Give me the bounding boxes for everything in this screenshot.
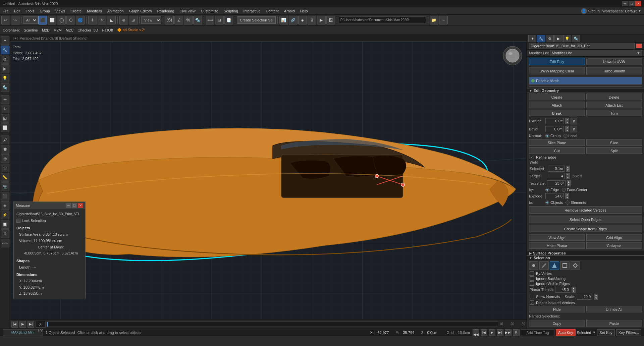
timeline-slider[interactable] [47, 322, 498, 327]
weld-sel-up[interactable]: ▲ [566, 166, 570, 169]
rotate-tool-side[interactable]: ↻ [1, 105, 9, 113]
relax-tool[interactable]: ◎ [1, 154, 9, 163]
ignore-visible-chk[interactable] [530, 281, 534, 286]
unwrap-tool[interactable]: ⊞ [1, 164, 9, 172]
menu-interactive[interactable]: Interactive [241, 7, 263, 14]
bevel-settings-btn[interactable]: ⚙ [571, 126, 577, 132]
extra-tool3[interactable]: 🔲 [1, 220, 9, 229]
face-mode-btn[interactable] [550, 261, 559, 270]
auto-key-btn[interactable]: Auto Key [556, 329, 576, 336]
create-shape-btn[interactable]: Create Shape from Edges [529, 225, 642, 232]
bevel-down[interactable]: ▼ [565, 129, 569, 132]
object-color-swatch[interactable] [636, 44, 642, 48]
extra-tool5[interactable]: ⟷ [1, 239, 9, 247]
extra-tool1[interactable]: ◈ [1, 201, 9, 210]
mirror-button[interactable]: ⟺ [206, 16, 214, 24]
plugin-adstudio[interactable]: 🔶 ad Studio v.2: [117, 28, 145, 32]
viewport[interactable]: Total Polys: 2,067,492 Tris: 2,067,492 [10, 42, 527, 319]
plugin-scanline[interactable]: Scanline [24, 28, 38, 32]
elements-radio-dot[interactable] [566, 200, 570, 205]
motion-panel-icon[interactable]: ▶ [554, 35, 562, 42]
paint-tool[interactable]: 🖌 [1, 135, 9, 144]
explode-down[interactable]: ▼ [565, 196, 569, 199]
motion-panel-btn[interactable]: ▶ [1, 64, 9, 73]
prev-keyframe-btn[interactable]: |◀◀ [473, 329, 479, 336]
menu-content[interactable]: Content [263, 7, 281, 14]
scale-down[interactable]: ▼ [594, 297, 598, 300]
view-align-btn[interactable]: View Align [529, 234, 585, 241]
tesselate-input[interactable] [547, 180, 566, 186]
menu-scripting[interactable]: Scripting [221, 7, 241, 14]
poly-mode-btn[interactable] [560, 261, 570, 270]
extrude-settings-btn[interactable]: ⚙ [571, 118, 577, 124]
plugin-coronafix[interactable]: CoronaFix [3, 28, 20, 32]
refine-edge-chk[interactable]: ✓ [530, 155, 534, 159]
group-radio-dot[interactable] [545, 134, 549, 138]
paste-btn[interactable]: Paste [586, 320, 642, 327]
edge-radio[interactable]: Edge [545, 188, 559, 192]
planar-up[interactable]: ▲ [572, 287, 576, 290]
spinner-snap[interactable]: 🔩 [193, 16, 202, 24]
planar-down[interactable]: ▼ [572, 290, 576, 293]
slice-plane-btn[interactable]: Slice Plane [529, 139, 585, 146]
slice-btn[interactable]: Slice [586, 139, 642, 146]
display-panel-btn[interactable]: 💡 [1, 74, 9, 82]
attach-list-btn[interactable]: Attach List [586, 102, 642, 108]
local-radio-dot[interactable] [564, 134, 568, 138]
workspaces-arrow[interactable]: ▼ [638, 9, 641, 13]
percent-snap[interactable]: % [184, 16, 193, 24]
edge-mode-btn[interactable] [539, 261, 549, 270]
attach-btn[interactable]: Attach [529, 102, 585, 108]
element-mode-btn[interactable] [571, 261, 580, 270]
create-btn[interactable]: Create [529, 94, 585, 100]
schematic-view-btn[interactable]: 🔗 [289, 16, 298, 24]
menu-edit[interactable]: Edit [11, 7, 23, 14]
hierarchy-panel-btn[interactable]: ⚙ [1, 55, 9, 64]
planar-spinner[interactable]: ▲ ▼ [572, 287, 576, 293]
bevel-up[interactable]: ▲ [565, 126, 569, 129]
key-mode-btn[interactable]: K [513, 329, 520, 336]
weld-sel-down[interactable]: ▼ [566, 169, 570, 172]
planar-thresh-input[interactable] [555, 287, 570, 293]
minimize-button[interactable]: ─ [622, 1, 628, 6]
explode-input[interactable] [545, 193, 564, 199]
menu-views[interactable]: Views [53, 7, 68, 14]
scale-up[interactable]: ▲ [594, 294, 598, 297]
bevel-spinner[interactable]: ▲ ▼ [565, 126, 569, 132]
menu-customize[interactable]: Customize [198, 7, 221, 14]
select-and-scale[interactable]: ⬕ [107, 16, 116, 24]
undo-button[interactable]: ↩ [1, 16, 10, 24]
view-dropdown[interactable]: View [141, 16, 161, 24]
plugin-m2m[interactable]: M2M [54, 28, 62, 32]
uvw-mapping-clear-btn[interactable]: UWW Mapping Clear [529, 67, 585, 74]
menu-group[interactable]: Group [37, 7, 53, 14]
split-btn[interactable]: Split [586, 147, 642, 154]
weld-target-input[interactable] [548, 173, 565, 179]
mod-stack-list[interactable] [529, 86, 642, 87]
select-object-button[interactable]: ⬛ [38, 16, 47, 24]
sculpt-tool[interactable]: ⬟ [1, 145, 9, 154]
render-setup-btn[interactable]: 🖥 [308, 16, 316, 24]
collapse-btn[interactable]: Collapse [586, 242, 642, 249]
measure-tool[interactable]: 📏 [1, 173, 9, 182]
select-region-rect[interactable]: ⬜ [48, 16, 56, 24]
weld-tgt-down[interactable]: ▼ [566, 176, 570, 179]
measure-close-btn[interactable]: ✕ [78, 203, 83, 208]
menu-file[interactable]: File [0, 7, 11, 14]
lock-checkbox[interactable] [16, 219, 20, 223]
tess-down[interactable]: ▼ [567, 183, 571, 186]
edit-poly-btn[interactable]: Edit Poly [529, 58, 585, 65]
graph-editors-btn[interactable]: 📊 [279, 16, 288, 24]
group-radio[interactable]: Group [545, 134, 561, 138]
modifier-dropdown[interactable]: Modifier List ▼ [550, 50, 642, 56]
menu-help[interactable]: Help [298, 7, 311, 14]
extrude-down[interactable]: ▼ [565, 121, 569, 124]
add-time-tag[interactable]: Add Time Tag [526, 331, 549, 335]
maxscript-area[interactable]: MAXScript Mini [3, 329, 43, 336]
menu-create[interactable]: Create [68, 7, 84, 14]
edge-radio-dot[interactable] [545, 188, 549, 192]
weld-selected-spinner[interactable]: ▲ ▼ [566, 166, 570, 172]
move-tool-side[interactable]: ✛ [1, 95, 9, 104]
create-panel-btn[interactable]: ✦ [1, 36, 9, 45]
object-name-input[interactable] [529, 43, 635, 49]
